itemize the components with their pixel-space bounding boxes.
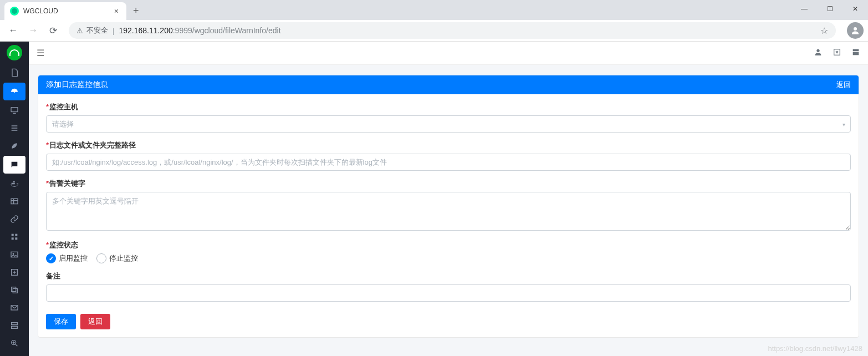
radio-unchecked-icon (96, 253, 106, 263)
sidebar-item-grid[interactable] (0, 228, 29, 246)
close-window-button[interactable]: ✕ (843, 0, 868, 18)
layout-icon[interactable] (851, 48, 860, 58)
url-separator: | (113, 27, 114, 35)
path-input[interactable] (46, 154, 851, 171)
sidebar-item-table[interactable] (0, 192, 29, 210)
sidebar-item-add[interactable] (0, 263, 29, 281)
sidebar-item-zoom[interactable] (0, 334, 29, 352)
main-area: ☰ 添加日志监控信息 返回 监控主机 (29, 42, 868, 356)
sidebar-item-copy[interactable] (0, 281, 29, 299)
bookmark-icon[interactable]: ☆ (820, 26, 828, 36)
keyword-textarea[interactable] (46, 192, 851, 231)
status-enable-label: 启用监控 (59, 253, 88, 263)
svg-rect-22 (853, 49, 859, 51)
host-label: 监控主机 (46, 102, 851, 112)
remark-input[interactable] (46, 284, 851, 302)
svg-point-20 (816, 49, 819, 52)
insecure-label: 不安全 (86, 26, 108, 35)
svg-rect-10 (15, 237, 17, 240)
nav-back-button[interactable]: ← (4, 22, 22, 39)
app-shell: ☰ 添加日志监控信息 返回 监控主机 (0, 42, 868, 356)
svg-rect-5 (13, 181, 15, 182)
svg-rect-18 (12, 326, 18, 328)
cancel-button[interactable]: 返回 (80, 314, 110, 329)
panel-header: 添加日志监控信息 返回 (38, 75, 859, 94)
status-enable-radio[interactable]: 启用监控 (46, 253, 88, 263)
sidebar-item-server[interactable] (0, 317, 29, 334)
svg-point-12 (13, 253, 14, 255)
form-panel: 添加日志监控信息 返回 监控主机 日志文件或文件夹完整路径 (38, 75, 859, 338)
status-disable-radio[interactable]: 停止监控 (96, 253, 138, 263)
window-controls: — ☐ ✕ (792, 0, 868, 18)
svg-rect-6 (11, 199, 18, 204)
profile-avatar-icon[interactable] (847, 22, 864, 39)
svg-rect-8 (15, 234, 17, 236)
nav-reload-button[interactable]: ⟳ (44, 22, 62, 39)
host-select[interactable] (46, 115, 851, 133)
close-square-icon[interactable] (833, 48, 841, 58)
nav-forward-button[interactable]: → (24, 22, 42, 39)
tab-title: WGCLOUD (23, 7, 108, 15)
browser-tab-bar: WGCLOUD × + — ☐ ✕ (0, 0, 868, 20)
svg-rect-15 (12, 287, 16, 292)
warning-icon: ⚠ (76, 27, 83, 35)
sidebar-item-file[interactable] (0, 64, 29, 82)
svg-rect-2 (11, 108, 18, 112)
insecure-warning: ⚠ 不安全 (76, 26, 108, 35)
minimize-button[interactable]: — (792, 0, 817, 18)
keyword-label: 告警关键字 (46, 179, 851, 189)
svg-point-1 (14, 91, 16, 93)
address-bar: ← → ⟳ ⚠ 不安全 | 192.168.11.200:9999/wgclou… (0, 20, 868, 42)
tab-close-icon[interactable]: × (112, 7, 121, 16)
status-disable-label: 停止监控 (109, 253, 138, 263)
svg-rect-7 (12, 234, 14, 236)
browser-tab[interactable]: WGCLOUD × (4, 2, 126, 20)
path-label: 日志文件或文件夹完整路径 (46, 140, 851, 150)
sidebar-item-monitor[interactable] (0, 101, 29, 119)
top-bar-actions (814, 48, 860, 58)
sidebar-item-list[interactable] (0, 119, 29, 137)
url-text: 192.168.11.200:9999/wgcloud/fileWarnInfo… (119, 26, 280, 35)
sidebar-item-chat[interactable] (3, 156, 25, 174)
svg-rect-23 (853, 52, 859, 55)
panel-title: 添加日志监控信息 (46, 80, 108, 90)
maximize-button[interactable]: ☐ (817, 0, 843, 18)
sidebar-item-dashboard[interactable] (3, 83, 25, 100)
panel-body: 监控主机 日志文件或文件夹完整路径 告警关键字 (38, 94, 859, 337)
sidebar (0, 42, 29, 356)
svg-rect-14 (13, 288, 17, 293)
sidebar-item-image[interactable] (0, 246, 29, 263)
new-tab-button[interactable]: + (133, 5, 139, 17)
svg-point-0 (854, 27, 857, 30)
panel-back-link[interactable]: 返回 (836, 80, 851, 90)
svg-rect-17 (12, 323, 18, 325)
svg-rect-4 (13, 183, 15, 185)
menu-toggle-icon[interactable]: ☰ (37, 48, 44, 58)
sidebar-item-leaf[interactable] (0, 137, 29, 155)
sidebar-item-docker[interactable] (0, 175, 29, 192)
app-logo[interactable] (0, 42, 29, 64)
tab-favicon-icon (10, 7, 19, 16)
radio-checked-icon (46, 253, 56, 263)
status-label: 监控状态 (46, 240, 851, 250)
top-bar: ☰ (29, 42, 868, 65)
svg-rect-9 (12, 237, 14, 240)
sidebar-item-mail[interactable] (0, 299, 29, 317)
url-input[interactable]: ⚠ 不安全 | 192.168.11.200:9999/wgcloud/file… (69, 22, 836, 39)
svg-rect-3 (12, 183, 13, 185)
user-icon[interactable] (814, 48, 823, 58)
remark-label: 备注 (46, 271, 851, 281)
sidebar-item-link[interactable] (0, 210, 29, 228)
save-button[interactable]: 保存 (46, 314, 76, 329)
content-area: 添加日志监控信息 返回 监控主机 日志文件或文件夹完整路径 (29, 65, 868, 356)
